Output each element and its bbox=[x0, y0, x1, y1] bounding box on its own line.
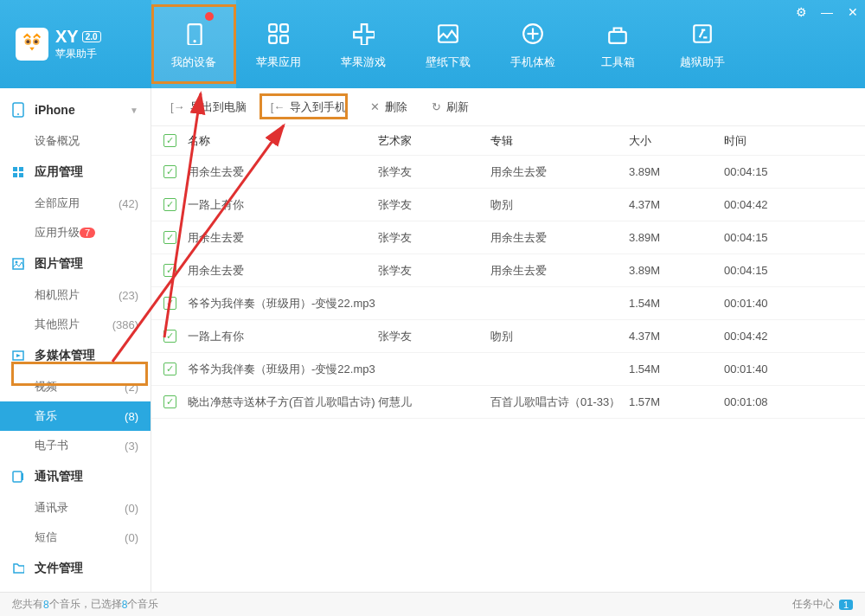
refresh-icon: ↻ bbox=[432, 100, 441, 113]
sidebar-group-files[interactable]: 文件管理 bbox=[0, 552, 151, 585]
svg-rect-25 bbox=[13, 472, 22, 482]
sidebar-item[interactable]: 文件系统 bbox=[0, 585, 151, 592]
task-count-badge: 1 bbox=[839, 600, 853, 610]
table-row[interactable]: ✓ 用余生去爱 张学友 用余生去爱 3.89M 00:04:15 bbox=[151, 254, 865, 287]
col-album[interactable]: 专辑 bbox=[490, 133, 629, 149]
app-title: XY bbox=[55, 27, 79, 47]
svg-point-2 bbox=[26, 40, 29, 43]
nav-tabs: 我的设备苹果应用苹果游戏壁纸下载手机体检工具箱越狱助手 bbox=[151, 0, 745, 88]
table-header-row: ✓ 名称 艺术家 专辑 大小 时间 bbox=[151, 126, 865, 156]
sidebar-group-apps[interactable]: 应用管理 bbox=[0, 156, 151, 189]
badge: 7 bbox=[80, 228, 95, 238]
app-subtitle: 苹果助手 bbox=[55, 47, 101, 61]
col-artist[interactable]: 艺术家 bbox=[378, 133, 490, 149]
table-row[interactable]: ✓ 用余生去爱 张学友 用余生去爱 3.89M 00:04:15 bbox=[151, 221, 865, 254]
sidebar-item[interactable]: 相机照片(23) bbox=[0, 280, 151, 310]
apps-icon bbox=[12, 166, 28, 178]
svg-point-3 bbox=[35, 40, 38, 43]
refresh-button[interactable]: ↻ 刷新 bbox=[421, 94, 479, 120]
media-icon bbox=[12, 350, 28, 362]
nav-tab-games[interactable]: 苹果游戏 bbox=[321, 0, 406, 88]
col-name[interactable]: 名称 bbox=[188, 133, 378, 149]
apps-icon bbox=[263, 18, 294, 49]
sidebar-item[interactable]: 应用升级7 bbox=[0, 218, 151, 247]
sidebar-item[interactable]: 全部应用(42) bbox=[0, 189, 151, 218]
sidebar-item[interactable]: 音乐(8) bbox=[0, 401, 151, 431]
select-all-checkbox[interactable]: ✓ bbox=[163, 134, 176, 147]
svg-rect-18 bbox=[13, 167, 17, 171]
svg-rect-21 bbox=[19, 173, 23, 177]
sidebar-group-images[interactable]: 图片管理 bbox=[0, 247, 151, 280]
sidebar-item[interactable]: 其他照片(386) bbox=[0, 310, 151, 339]
svg-rect-6 bbox=[269, 24, 277, 32]
row-checkbox[interactable]: ✓ bbox=[163, 264, 176, 277]
settings-icon[interactable]: ⚙ bbox=[794, 5, 808, 19]
window-controls: ⚙ — ✕ bbox=[794, 5, 860, 19]
chevron-down-icon: ▼ bbox=[130, 106, 138, 115]
sidebar-group-media[interactable]: 多媒体管理 bbox=[0, 339, 151, 372]
row-checkbox[interactable]: ✓ bbox=[163, 395, 176, 408]
status-bar: 您共有 8 个音乐，已选择 8 个音乐 任务中心 1 bbox=[0, 592, 865, 616]
svg-rect-22 bbox=[13, 259, 23, 269]
svg-point-17 bbox=[17, 113, 19, 115]
close-icon[interactable]: ✕ bbox=[846, 5, 860, 19]
export-icon: [→ bbox=[170, 100, 185, 113]
toolbox-icon bbox=[602, 18, 633, 49]
sidebar-group-contacts[interactable]: 通讯管理 bbox=[0, 460, 151, 493]
svg-rect-9 bbox=[280, 35, 288, 43]
row-checkbox[interactable]: ✓ bbox=[163, 231, 176, 244]
svg-rect-20 bbox=[13, 173, 17, 177]
sidebar-item[interactable]: 短信(0) bbox=[0, 523, 151, 552]
row-checkbox[interactable]: ✓ bbox=[163, 165, 176, 178]
sidebar-item[interactable]: 电子书(3) bbox=[0, 431, 151, 460]
app-header: XY2.0 苹果助手 我的设备苹果应用苹果游戏壁纸下载手机体检工具箱越狱助手 ⚙… bbox=[0, 0, 865, 88]
table-row[interactable]: ✓ 一路上有你 张学友 吻别 4.37M 00:04:42 bbox=[151, 189, 865, 221]
files-icon bbox=[12, 562, 28, 574]
sidebar: iPhone ▼ 设备概况 应用管理全部应用(42)应用升级7图片管理相机照片(… bbox=[0, 88, 151, 592]
row-checkbox[interactable]: ✓ bbox=[163, 198, 176, 211]
nav-tab-jailbreak[interactable]: 越狱助手 bbox=[660, 0, 745, 88]
minimize-icon[interactable]: — bbox=[820, 5, 834, 19]
sidebar-item[interactable]: 视频(2) bbox=[0, 372, 151, 401]
col-size[interactable]: 大小 bbox=[629, 133, 724, 149]
sidebar-device-overview[interactable]: 设备概况 bbox=[0, 126, 151, 156]
checkup-icon bbox=[517, 18, 548, 49]
row-checkbox[interactable]: ✓ bbox=[163, 297, 176, 310]
jailbreak-icon bbox=[687, 18, 718, 49]
table-row[interactable]: ✓ 爷爷为我伴奏（班级用）-变慢22.mp3 1.54M 00:01:40 bbox=[151, 353, 865, 386]
phone-icon bbox=[12, 102, 28, 118]
nav-tab-apps[interactable]: 苹果应用 bbox=[236, 0, 321, 88]
col-time[interactable]: 时间 bbox=[724, 133, 811, 149]
nav-tab-toolbox[interactable]: 工具箱 bbox=[575, 0, 660, 88]
delete-icon: ✕ bbox=[370, 100, 380, 113]
app-version: 2.0 bbox=[82, 31, 101, 42]
svg-point-5 bbox=[193, 40, 195, 42]
toolbar: [→ 导出到电脑 [← 导入到手机 ✕ 删除 ↻ 刷新 bbox=[151, 88, 865, 126]
wallpaper-icon bbox=[432, 18, 464, 49]
export-button[interactable]: [→ 导出到电脑 bbox=[160, 94, 257, 120]
import-button[interactable]: [← 导入到手机 bbox=[260, 94, 357, 120]
notification-dot bbox=[205, 12, 214, 21]
svg-rect-8 bbox=[269, 35, 277, 43]
contacts-icon bbox=[12, 471, 28, 483]
logo-icon bbox=[16, 28, 48, 61]
table-row[interactable]: ✓ 一路上有你 张学友 吻别 4.37M 00:04:42 bbox=[151, 320, 865, 353]
sidebar-device-header[interactable]: iPhone ▼ bbox=[0, 93, 151, 126]
main-panel: [→ 导出到电脑 [← 导入到手机 ✕ 删除 ↻ 刷新 ✓ 名称 艺术家 专辑 bbox=[151, 88, 865, 592]
row-checkbox[interactable]: ✓ bbox=[163, 330, 176, 343]
table-row[interactable]: ✓ 用余生去爱 张学友 用余生去爱 3.89M 00:04:15 bbox=[151, 156, 865, 189]
device-icon bbox=[178, 18, 209, 49]
table-row[interactable]: ✓ 晓出净慈寺送林子方(百首儿歌唱古诗) 何慧儿 百首儿歌唱古诗（01-33） … bbox=[151, 386, 865, 419]
logo-area: XY2.0 苹果助手 bbox=[0, 27, 151, 61]
nav-tab-wallpaper[interactable]: 壁纸下载 bbox=[406, 0, 490, 88]
device-name: iPhone bbox=[35, 103, 75, 117]
sidebar-item[interactable]: 通讯录(0) bbox=[0, 493, 151, 523]
delete-button[interactable]: ✕ 删除 bbox=[360, 94, 418, 120]
table-row[interactable]: ✓ 爷爷为我伴奏（班级用）-变慢22.mp3 1.54M 00:01:40 bbox=[151, 287, 865, 320]
svg-point-23 bbox=[16, 261, 18, 264]
nav-tab-checkup[interactable]: 手机体检 bbox=[490, 0, 575, 88]
nav-tab-device[interactable]: 我的设备 bbox=[151, 0, 236, 88]
task-center-link[interactable]: 任务中心 bbox=[792, 597, 834, 612]
row-checkbox[interactable]: ✓ bbox=[163, 363, 176, 375]
music-table: ✓ 名称 艺术家 专辑 大小 时间 ✓ 用余生去爱 张学友 用余生去爱 3.89… bbox=[151, 126, 865, 592]
